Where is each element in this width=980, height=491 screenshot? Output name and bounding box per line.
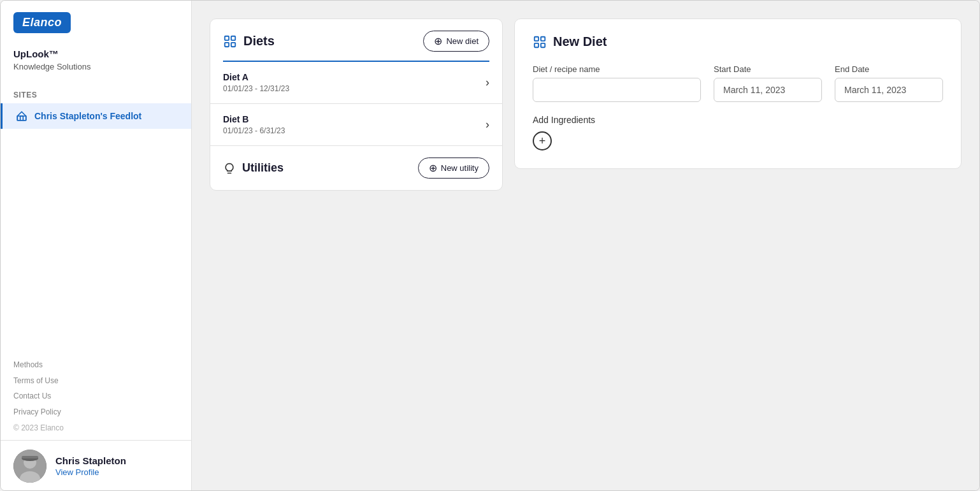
new-utility-plus-icon: ⊕: [429, 162, 437, 174]
new-diet-button[interactable]: ⊕ New diet: [423, 31, 489, 52]
privacy-link[interactable]: Privacy Policy: [13, 406, 178, 418]
new-utility-button-label: New utility: [441, 163, 479, 173]
svg-rect-10: [535, 36, 538, 40]
start-date-group: Start Date: [714, 64, 822, 102]
user-profile-area: Chris Stapleton View Profile: [1, 440, 191, 491]
diets-icon: [223, 34, 237, 48]
app-subtitle: Knowledge Solutions: [1, 62, 191, 84]
svg-rect-11: [541, 36, 545, 40]
sidebar-item-chris-feedlot[interactable]: Chris Stapleton's Feedlot: [1, 103, 191, 129]
add-ingredients-label: Add Ingredients: [533, 115, 943, 125]
end-date-input[interactable]: [835, 78, 943, 102]
form-row-top: Diet / recipe name Start Date End Date: [533, 64, 943, 102]
right-panel: New Diet Diet / recipe name Start Date E…: [514, 18, 962, 474]
new-diet-title-text: New Diet: [553, 34, 607, 49]
methods-link[interactable]: Methods: [13, 358, 178, 371]
user-name: Chris Stapleton: [55, 455, 126, 466]
main-content: Diets ⊕ New diet Diet A 01/01/23 - 12/31…: [192, 1, 979, 491]
elanco-logo: Elanco: [13, 12, 71, 33]
diet-name-input[interactable]: [533, 78, 701, 102]
sidebar: Elanco UpLook™ Knowledge Solutions Sites…: [1, 1, 192, 491]
utilities-section: Utilities ⊕ New utility: [210, 146, 502, 190]
left-panel: Diets ⊕ New diet Diet A 01/01/23 - 12/31…: [210, 18, 503, 474]
svg-rect-13: [541, 43, 545, 47]
diets-title: Diets: [223, 34, 275, 48]
svg-rect-12: [535, 43, 538, 47]
logo-area: Elanco: [1, 1, 191, 43]
diets-card: Diets ⊕ New diet Diet A 01/01/23 - 12/31…: [210, 18, 503, 191]
home-icon: [15, 110, 28, 122]
sidebar-item-label: Chris Stapleton's Feedlot: [34, 111, 141, 121]
svg-rect-0: [17, 116, 26, 121]
terms-link[interactable]: Terms of Use: [13, 374, 178, 387]
copyright: © 2023 Elanco: [1, 423, 191, 440]
start-date-label: Start Date: [714, 64, 822, 74]
new-diet-card: New Diet Diet / recipe name Start Date E…: [514, 18, 962, 169]
logo-text: Elanco: [22, 16, 62, 29]
new-diet-form-title: New Diet: [533, 34, 943, 49]
diet-name-group: Diet / recipe name: [533, 64, 701, 102]
svg-rect-7: [231, 36, 235, 40]
diet-date: 01/01/23 - 12/31/23: [223, 84, 289, 93]
new-diet-button-label: New diet: [446, 36, 479, 46]
end-date-group: End Date: [835, 64, 943, 102]
contact-link[interactable]: Contact Us: [13, 390, 178, 402]
utilities-title: Utilities: [223, 161, 284, 175]
diet-name: Diet A: [223, 72, 289, 82]
diets-header: Diets ⊕ New diet: [210, 19, 502, 61]
diet-name: Diet B: [223, 114, 285, 124]
add-ingredients-button[interactable]: +: [533, 131, 552, 150]
view-profile-link[interactable]: View Profile: [55, 467, 99, 477]
utilities-title-text: Utilities: [242, 161, 284, 175]
diet-name-label: Diet / recipe name: [533, 64, 701, 74]
add-ingredients-plus-icon: +: [539, 135, 546, 147]
app-title: UpLook™: [1, 43, 191, 62]
start-date-input[interactable]: [714, 78, 822, 102]
end-date-label: End Date: [835, 64, 943, 74]
new-utility-button[interactable]: ⊕ New utility: [418, 158, 489, 179]
sites-label: Sites: [1, 84, 191, 103]
svg-rect-5: [22, 456, 38, 458]
svg-rect-9: [231, 42, 235, 46]
diets-title-text: Diets: [243, 34, 275, 48]
avatar-image: [13, 450, 47, 483]
chevron-right-icon: ›: [486, 76, 489, 89]
svg-rect-8: [225, 42, 229, 46]
bulb-icon: [223, 162, 236, 175]
footer-links: Methods Terms of Use Contact Us Privacy …: [1, 351, 191, 423]
new-diet-plus-icon: ⊕: [434, 35, 442, 47]
user-info: Chris Stapleton View Profile: [55, 455, 126, 478]
diet-list-item[interactable]: Diet B 01/01/23 - 6/31/23 ›: [210, 104, 502, 146]
new-diet-icon: [533, 35, 547, 49]
diet-date: 01/01/23 - 6/31/23: [223, 126, 285, 135]
avatar: [13, 450, 47, 483]
svg-rect-6: [225, 36, 229, 40]
chevron-right-icon: ›: [486, 118, 489, 131]
diet-list-item[interactable]: Diet A 01/01/23 - 12/31/23 ›: [210, 62, 502, 104]
